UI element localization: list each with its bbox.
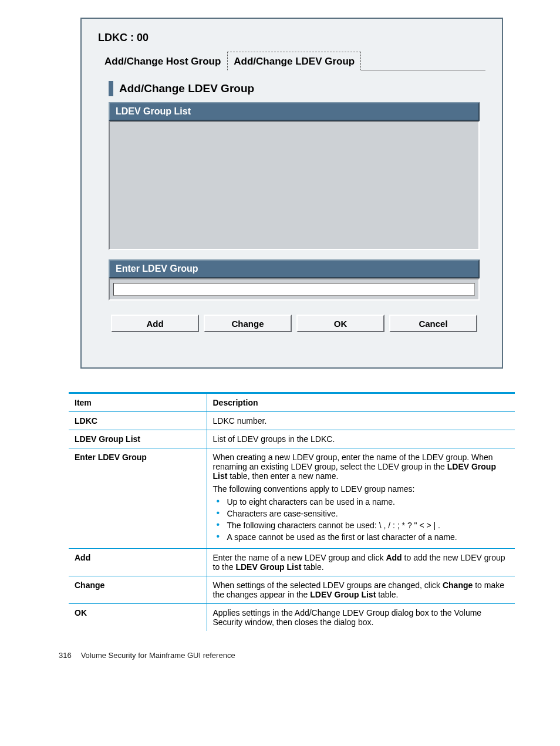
change-button[interactable]: Change: [204, 315, 292, 332]
enter-ldev-group-header: Enter LDEV Group: [109, 259, 480, 278]
desc-cell: When settings of the selected LDEV group…: [207, 576, 515, 604]
item-cell: Add: [69, 549, 207, 576]
table-row: LDKC LDKC number.: [69, 412, 515, 430]
list-item: The following characters cannot be used:…: [225, 521, 510, 530]
panel-heading-text: Add/Change LDEV Group: [119, 82, 254, 95]
item-cell: Enter LDEV Group: [69, 448, 207, 549]
list-item: Characters are case-sensitive.: [225, 509, 510, 518]
description-table: Item Description LDKC LDKC number. LDEV …: [69, 392, 515, 631]
tab-host-group[interactable]: Add/Change Host Group: [98, 52, 227, 70]
enter-ldev-group-box: [109, 278, 480, 301]
col-item: Item: [69, 393, 207, 412]
list-item: A space cannot be used as the first or l…: [225, 532, 510, 542]
ldev-group-list-box[interactable]: [109, 121, 480, 250]
panel-heading: Add/Change LDEV Group: [109, 81, 480, 96]
desc-cell: Applies settings in the Add/Change LDEV …: [207, 604, 515, 632]
button-row: Add Change OK Cancel: [109, 315, 480, 332]
desc-cell: LDKC number.: [207, 412, 515, 430]
conventions-list: Up to eight characters can be used in a …: [213, 497, 510, 542]
dialog-title: LDKC : 00: [98, 32, 485, 44]
ok-button[interactable]: OK: [296, 315, 384, 332]
ldev-group-list-header: LDEV Group List: [109, 102, 480, 121]
heading-bar-icon: [109, 81, 113, 96]
item-cell: Change: [69, 576, 207, 604]
page-number: 316: [59, 651, 79, 660]
item-cell: LDKC: [69, 412, 207, 430]
tab-panel-ldev: Add/Change LDEV Group LDEV Group List En…: [98, 70, 485, 338]
table-row: Change When settings of the selected LDE…: [69, 576, 515, 604]
page-footer: 316 Volume Security for Mainframe GUI re…: [59, 651, 525, 660]
col-description: Description: [207, 393, 515, 412]
table-row: LDEV Group List List of LDEV groups in t…: [69, 430, 515, 448]
dialog-window: LDKC : 00 Add/Change Host Group Add/Chan…: [80, 18, 503, 369]
desc-cell: List of LDEV groups in the LDKC.: [207, 430, 515, 448]
tab-ldev-group[interactable]: Add/Change LDEV Group: [227, 52, 361, 70]
add-button[interactable]: Add: [111, 315, 199, 332]
item-cell: OK: [69, 604, 207, 632]
table-row: OK Applies settings in the Add/Change LD…: [69, 604, 515, 632]
desc-cell: Enter the name of a new LDEV group and c…: [207, 549, 515, 576]
tab-bar: Add/Change Host Group Add/Change LDEV Gr…: [98, 51, 485, 70]
table-header-row: Item Description: [69, 393, 515, 412]
item-cell: LDEV Group List: [69, 430, 207, 448]
desc-cell: When creating a new LDEV group, enter th…: [207, 448, 515, 549]
footer-title: Volume Security for Mainframe GUI refere…: [81, 651, 235, 660]
cancel-button[interactable]: Cancel: [389, 315, 477, 332]
table-row: Enter LDEV Group When creating a new LDE…: [69, 448, 515, 549]
ldev-group-name-input[interactable]: [113, 283, 475, 296]
list-item: Up to eight characters can be used in a …: [225, 497, 510, 507]
table-row: Add Enter the name of a new LDEV group a…: [69, 549, 515, 576]
